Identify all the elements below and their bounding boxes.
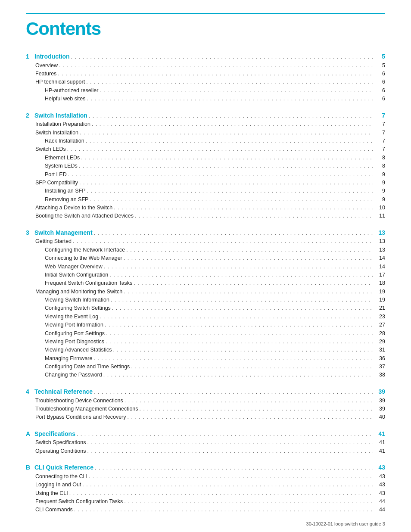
item-dots <box>81 481 373 489</box>
toc-item-row: Port Bypass Conditions and Recovery40 <box>26 413 385 421</box>
toc-item-row: Switch Specifications41 <box>26 439 385 447</box>
item-label: Configuring Date and Time Settings <box>26 363 130 371</box>
item-label: HP-authorized reseller <box>26 87 98 95</box>
chapter-dots <box>93 388 373 396</box>
toc-chapter: 4Technical Reference39Troubleshooting De… <box>26 387 385 422</box>
toc-item-row: Connecting to the CLI43 <box>26 473 385 481</box>
chapter-label: CLI Quick Reference <box>34 463 93 473</box>
item-label: Switch Installation <box>26 129 78 137</box>
item-dots <box>56 70 373 78</box>
toc-item-row: Ethernet LEDs8 <box>26 154 385 162</box>
item-label: Viewing the Event Log <box>26 313 98 321</box>
item-label: Switch LEDs <box>26 145 66 153</box>
toc-item-row: Port LED9 <box>26 171 385 179</box>
toc-item-row: Switch LEDs7 <box>26 145 385 153</box>
toc-chapter-row: 4Technical Reference39 <box>26 387 385 397</box>
item-page: 43 <box>373 481 385 489</box>
item-page: 18 <box>373 279 385 287</box>
toc-item-row: HP-authorized reseller6 <box>26 87 385 95</box>
item-page: 21 <box>373 304 385 312</box>
item-page: 43 <box>373 489 385 498</box>
item-page: 17 <box>373 271 385 279</box>
item-page: 36 <box>373 355 385 363</box>
item-label: Installation Preparation <box>26 120 90 128</box>
toc-item-row: Overview5 <box>26 62 385 70</box>
toc-item-row: Switch Installation7 <box>26 129 385 137</box>
toc-item-row: Getting Started13 <box>26 237 385 246</box>
item-dots <box>58 62 373 70</box>
item-page: 29 <box>373 338 385 346</box>
item-dots <box>85 78 373 86</box>
item-page: 39 <box>373 405 385 413</box>
item-label: Initial Switch Configuration <box>26 271 108 279</box>
item-dots <box>123 498 373 506</box>
chapter-page: 41 <box>373 429 385 439</box>
item-label: Managing Firmware <box>26 355 92 363</box>
item-label: CLI Commands <box>26 506 73 514</box>
item-page: 27 <box>373 321 385 329</box>
item-label: Booting the Switch and Attached Devices <box>26 212 134 220</box>
chapter-dots <box>75 430 373 439</box>
item-page: 7 <box>373 120 385 128</box>
item-label: Installing an SFP <box>26 187 86 195</box>
toc-item-row: Rack Installation7 <box>26 137 385 145</box>
chapter-label: Switch Installation <box>34 111 87 121</box>
item-page: 9 <box>373 179 385 187</box>
item-label: Getting Started <box>26 237 72 246</box>
toc-item-row: Frequent Switch Configuration Tasks18 <box>26 279 385 287</box>
item-dots <box>98 87 373 95</box>
chapter-dots <box>93 229 373 237</box>
item-dots <box>84 137 373 145</box>
chapter-dots <box>87 112 373 120</box>
item-page: 19 <box>373 296 385 304</box>
toc-item-row: Changing the Password38 <box>26 371 385 379</box>
item-page: 6 <box>373 70 385 78</box>
item-page: 31 <box>373 346 385 354</box>
item-page: 19 <box>373 288 385 296</box>
toc-chapter-row: 2Switch Installation7 <box>26 111 385 121</box>
toc-item-row: Troubleshooting Device Connections39 <box>26 397 385 405</box>
item-dots <box>78 162 373 170</box>
item-label: SFP Compatibility <box>26 179 78 187</box>
item-dots <box>112 204 373 212</box>
item-dots <box>112 346 373 354</box>
item-page: 8 <box>373 154 385 162</box>
item-label: Attaching a Device to the Switch <box>26 204 112 212</box>
item-page: 10 <box>373 204 385 212</box>
item-label: Troubleshooting Management Connections <box>26 405 138 413</box>
item-page: 13 <box>373 246 385 254</box>
item-label: Rack Installation <box>26 137 84 145</box>
toc-item-row: Viewing Port Information27 <box>26 321 385 329</box>
chapter-label: Switch Management <box>34 228 93 238</box>
item-dots <box>80 154 373 162</box>
toc-chapter-row: 1Introduction5 <box>26 52 385 62</box>
item-label: Overview <box>26 62 58 70</box>
toc-chapter-row: BCLI Quick Reference43 <box>26 463 385 473</box>
item-dots <box>103 321 373 329</box>
item-dots <box>108 271 373 279</box>
item-page: 7 <box>373 145 385 153</box>
item-page: 41 <box>373 439 385 447</box>
toc-chapter-row: 3Switch Management13 <box>26 228 385 238</box>
item-page: 11 <box>373 212 385 220</box>
item-label: Port Bypass Conditions and Recovery <box>26 413 126 421</box>
toc-item-row: Configuring Switch Settings21 <box>26 304 385 312</box>
chapter-label: Technical Reference <box>34 387 93 397</box>
item-page: 8 <box>373 162 385 170</box>
toc-chapter: 1Introduction5Overview5Features6HP techn… <box>26 52 385 103</box>
item-label: Frequent Switch Configuration Tasks <box>26 279 132 287</box>
item-page: 7 <box>373 137 385 145</box>
toc-item-row: Configuring Port Settings28 <box>26 330 385 338</box>
toc-item-row: Operating Conditions41 <box>26 447 385 455</box>
item-page: 28 <box>373 330 385 338</box>
toc-chapter: 3Switch Management13Getting Started13Con… <box>26 228 385 380</box>
chapter-label: Introduction <box>34 52 70 62</box>
item-dots <box>125 246 373 254</box>
item-label: Helpful web sites <box>26 95 86 103</box>
item-dots <box>78 129 373 137</box>
toc-item-row: Logging In and Out43 <box>26 481 385 489</box>
page-title: Contents <box>26 19 385 39</box>
chapter-page: 43 <box>373 463 385 473</box>
chapter-num: 4 <box>26 387 34 397</box>
chapter-num: A <box>26 429 34 439</box>
